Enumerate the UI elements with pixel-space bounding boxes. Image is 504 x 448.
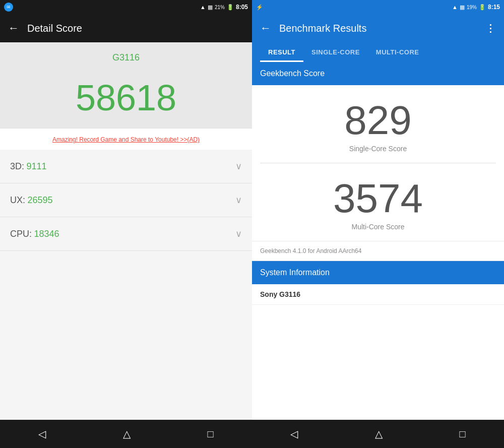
score-cpu-value: 18346 [34,229,59,239]
right-wifi-icon: ▲ [452,4,458,10]
wifi-icon: ▲ [200,4,206,10]
battery-percent: 21% [215,5,225,10]
geekbench-score-header: Geekbench Score [252,62,504,85]
right-statusbar-right: ▲ ▦ 19% 🔋 8:15 [452,4,500,11]
left-statusbar-left: ✉ [4,3,13,12]
right-header-left: ← Benchmark Results [260,22,366,35]
recents-nav-icon[interactable]: □ [208,428,214,440]
tab-single-core[interactable]: SINGLE-CORE [303,42,368,62]
right-sim-icon: ▦ [460,4,465,11]
left-content: G3116 58618 Amazing! Record Game and Sha… [0,42,252,420]
right-app-header: ← Benchmark Results ⋮ [252,14,504,42]
right-recents-nav-icon[interactable]: □ [460,428,466,440]
right-panel: ⚡ ▲ ▦ 19% 🔋 8:15 ← Benchmark Results ⋮ R… [252,0,504,448]
battery-icon: 🔋 [227,4,234,11]
right-back-nav-icon[interactable]: ◁ [290,428,298,440]
score-row-cpu[interactable]: CPU: 18346 ∨ [0,217,252,251]
multi-core-label: Multi-Core Score [262,223,494,231]
tab-result[interactable]: RESULT [260,42,303,62]
geekbench-version: Geekbench 4.1.0 for Android AArch64 [252,241,504,261]
system-info-device-name: Sony G3116 [260,290,496,298]
ad-banner[interactable]: Amazing! Record Game and Share to Youtub… [0,128,252,150]
single-core-score: 829 [262,100,494,141]
multi-core-score: 3574 [262,178,494,219]
score-row-3d[interactable]: 3D: 9111 ∨ [0,150,252,183]
right-time: 8:15 [488,4,500,11]
score-cpu-label: CPU: [10,229,32,239]
score-row-3d-content: 3D: 9111 [10,161,47,172]
more-options-button[interactable]: ⋮ [485,22,496,34]
left-panel: ✉ ▲ ▦ 21% 🔋 8:05 ← Detail Score G3116 58… [0,0,252,448]
left-app-header: ← Detail Score [0,14,252,42]
device-name-section: G3116 [0,42,252,73]
right-statusbar-left: ⚡ [256,4,263,11]
system-info-device-row: Sony G3116 [252,284,504,305]
score-row-cpu-content: CPU: 18346 [10,229,59,239]
left-statusbar: ✉ ▲ ▦ 21% 🔋 8:05 [0,0,252,14]
score-3d-label: 3D: [10,161,24,171]
single-core-display: 829 Single-Core Score [252,85,504,163]
left-back-button[interactable]: ← [8,22,19,35]
right-battery-percent: 19% [467,5,477,10]
score-ux-label: UX: [10,195,25,205]
left-page-title: Detail Score [27,23,82,34]
score-row-ux-content: UX: 26595 [10,195,53,206]
right-navbar: ◁ △ □ [252,420,504,448]
left-navbar: ◁ △ □ [0,420,252,448]
back-nav-icon[interactable]: ◁ [38,428,46,440]
system-info-header: System Information [252,261,504,284]
ad-text[interactable]: Amazing! Record Game and Share to Youtub… [52,136,200,143]
score-3d-value: 9111 [26,161,46,171]
left-time: 8:05 [236,4,248,11]
left-statusbar-right: ▲ ▦ 21% 🔋 8:05 [200,4,248,11]
device-name: G3116 [10,52,242,63]
score-row-ux[interactable]: UX: 26595 ∨ [0,183,252,217]
tabs-bar: RESULT SINGLE-CORE MULTI-CORE [252,42,504,62]
chevron-down-icon-3d: ∨ [235,161,242,172]
single-core-label: Single-Core Score [262,145,494,153]
right-statusbar: ⚡ ▲ ▦ 19% 🔋 8:15 [252,0,504,14]
messenger-icon: ✉ [4,3,13,12]
chevron-down-icon-ux: ∨ [235,195,242,206]
right-content: Geekbench Score 829 Single-Core Score 35… [252,62,504,420]
chevron-down-icon-cpu: ∨ [235,228,242,239]
right-page-title: Benchmark Results [279,23,366,34]
sim-icon: ▦ [208,4,213,11]
main-score: 58618 [10,78,242,118]
score-ux-value: 26595 [27,195,52,205]
right-back-button[interactable]: ← [260,22,271,35]
right-battery-icon: 🔋 [479,4,486,11]
multi-core-display: 3574 Multi-Core Score [252,163,504,241]
home-nav-icon[interactable]: △ [123,428,131,440]
right-home-nav-icon[interactable]: △ [375,428,383,440]
charging-icon: ⚡ [256,4,263,11]
score-section: 58618 [0,73,252,128]
tab-multi-core[interactable]: MULTI-CORE [368,42,427,62]
